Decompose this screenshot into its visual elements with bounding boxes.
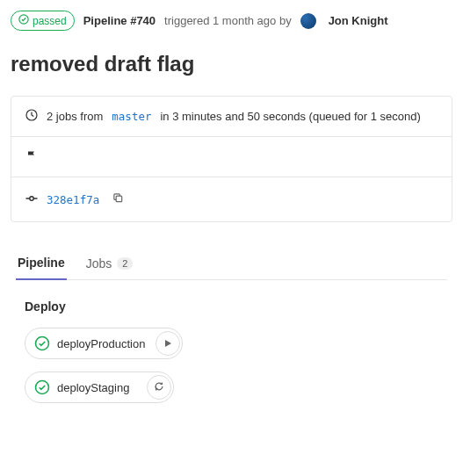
jobs-count-badge: 2 — [117, 257, 133, 270]
copy-sha-button[interactable] — [108, 190, 127, 209]
tab-jobs-label: Jobs — [86, 256, 112, 270]
pipeline-header: passed Pipeline #740 triggered 1 month a… — [11, 11, 452, 31]
svg-point-2 — [30, 196, 33, 199]
svg-point-5 — [36, 381, 49, 394]
retry-job-button[interactable] — [147, 375, 171, 400]
tab-bar: Pipeline Jobs 2 — [16, 247, 447, 280]
play-icon — [163, 335, 172, 351]
svg-point-4 — [36, 337, 49, 350]
commit-row: 328e1f7a — [11, 177, 452, 221]
svg-rect-3 — [116, 196, 122, 202]
tab-jobs[interactable]: Jobs 2 — [84, 247, 135, 279]
check-circle-icon — [34, 379, 50, 395]
job-name: deployStaging — [57, 381, 129, 394]
status-badge: passed — [11, 11, 75, 31]
pipeline-info-box: 2 jobs from master in 3 minutes and 50 s… — [11, 96, 452, 222]
commit-message: removed draft flag — [11, 52, 452, 76]
job-deploy-staging[interactable]: deployStaging — [25, 372, 148, 402]
user-link[interactable]: Jon Knight — [329, 14, 388, 27]
commit-icon — [25, 192, 38, 207]
tab-pipeline-label: Pipeline — [18, 256, 65, 270]
clock-icon — [25, 109, 38, 124]
branch-link[interactable]: master — [112, 110, 151, 123]
duration-row: 2 jobs from master in 3 minutes and 50 s… — [11, 97, 452, 137]
duration-text: in 3 minutes and 50 seconds (queued for … — [160, 110, 420, 123]
job-deploy-production[interactable]: deployProduction — [25, 328, 157, 358]
avatar[interactable] — [300, 13, 316, 29]
pipeline-number[interactable]: Pipeline #740 — [83, 14, 156, 27]
job-pill-deploy-staging: deployStaging — [25, 371, 174, 403]
job-name: deployProduction — [57, 337, 145, 350]
triggered-text: triggered 1 month ago by — [164, 14, 292, 27]
retry-icon — [154, 379, 164, 395]
jobs-count-text: 2 jobs from — [47, 110, 103, 123]
check-circle-icon — [18, 14, 29, 27]
flag-icon — [25, 149, 38, 164]
check-circle-icon — [34, 335, 50, 351]
commit-sha-link[interactable]: 328e1f7a — [47, 193, 99, 206]
job-pill-deploy-production: deployProduction — [25, 328, 183, 359]
status-label: passed — [33, 15, 67, 27]
play-job-button[interactable] — [156, 331, 180, 356]
flag-row — [11, 137, 452, 177]
stage-name: Deploy — [25, 299, 438, 314]
copy-icon — [112, 192, 124, 206]
tab-pipeline[interactable]: Pipeline — [16, 247, 67, 280]
pipeline-graph: Deploy deployProduction — [11, 280, 452, 424]
